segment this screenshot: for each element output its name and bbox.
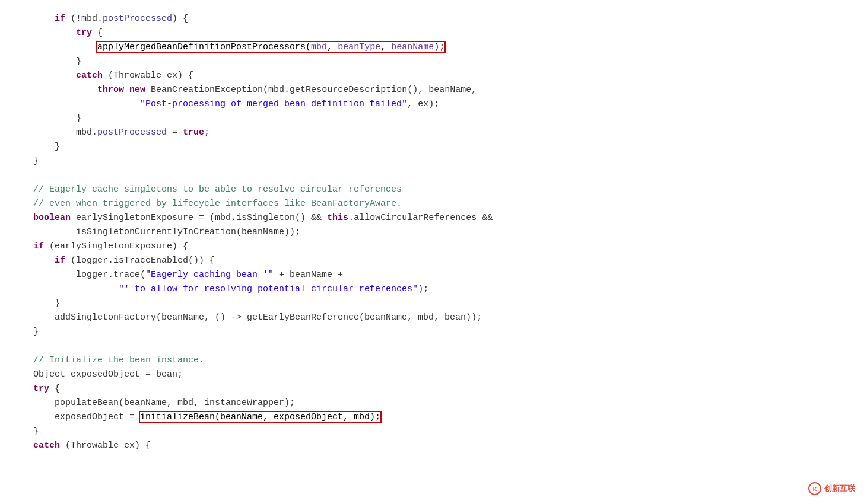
method-initializeBean: initializeBean(beanName, exposedObject, … [140,412,380,422]
code-line: } [12,296,849,311]
code-line: try { [12,382,849,396]
logo-area: K 创新互联 [808,482,855,495]
code-line: populateBean(beanName, mbd, instanceWrap… [12,396,849,410]
code-block: if (!mbd.postProcessed) { try { applyMer… [12,12,849,453]
code-line: catch (Throwable ex) { [12,69,849,83]
code-line: logger.trace("Eagerly caching bean '" + … [12,268,849,282]
param-beanName: beanName [391,42,434,52]
code-line: if (logger.isTraceEnabled()) { [12,254,849,268]
code-line [12,168,849,183]
keyword-throw: throw [97,85,124,95]
code-line: } [12,425,849,439]
property-postProcessed: postProcessed [103,14,172,24]
code-line: // Eagerly cache singletons to be able t… [12,183,849,197]
code-line: mbd.postProcessed = true; [12,126,849,140]
code-line: boolean earlySingletonExposure = (mbd.is… [12,211,849,225]
code-line: exposedObject = initializeBean(beanName,… [12,410,849,425]
comment-initialize: // Initialize the bean instance. [33,355,204,365]
code-container: if (!mbd.postProcessed) { try { applyMer… [0,0,867,504]
logo-text: 创新互联 [824,483,855,495]
code-line: } [12,111,849,126]
comment-even-when: // even when triggered by lifecycle inte… [33,199,402,209]
code-line: throw new BeanCreationException(mbd.getR… [12,83,849,97]
keyword-if3: if [55,256,65,266]
code-line: try { [12,26,849,40]
code-line: if (earlySingletonExposure) { [12,240,849,254]
comma2: , [380,42,391,52]
string-to-allow: "' to allow for resolving potential circ… [119,284,418,294]
keyword-try2: try [33,384,49,394]
keyword-catch: catch [76,71,103,81]
code-line: // Initialize the bean instance. [12,353,849,368]
param-beanType: beanType [338,42,380,52]
string-post-processing: "Post-processing of merged bean definiti… [140,99,407,109]
keyword-catch2: catch [33,441,60,451]
close-paren1: ); [434,42,444,52]
code-line: if (!mbd.postProcessed) { [12,12,849,26]
code-line: catch (Throwable ex) { [12,439,849,453]
code-line: } [12,325,849,339]
code-line: isSingletonCurrentlyInCreation(beanName)… [12,225,849,240]
keyword-try: try [76,28,92,38]
property-postProcessed2: postProcessed [97,127,167,138]
method-apply: applyMergedBeanDefinitionPostProcessors( [97,42,311,52]
keyword-this: this [327,213,348,223]
code-line: // even when triggered by lifecycle inte… [12,197,849,211]
comment-eagerly: // Eagerly cache singletons to be able t… [33,184,402,194]
code-line: } [12,55,849,69]
keyword-if2: if [33,241,44,251]
keyword-boolean: boolean [33,213,71,223]
svg-text:K: K [813,486,817,492]
code-line: } [12,140,849,154]
keyword-if: if [55,14,65,24]
string-eagerly-caching: "Eagerly caching bean '" [145,270,274,280]
param-mbd: mbd [311,42,327,52]
code-line: Object exposedObject = bean; [12,368,849,382]
code-line: "Post-processing of merged bean definiti… [12,97,849,111]
logo-icon: K [808,482,821,495]
comma1: , [327,42,338,52]
keyword-true: true [183,127,204,138]
code-line: applyMergedBeanDefinitionPostProcessors(… [12,40,849,55]
code-line: "' to allow for resolving potential circ… [12,282,849,296]
code-line [12,339,849,353]
code-line: addSingletonFactory(beanName, () -> getE… [12,311,849,325]
keyword-new: new [129,85,145,95]
code-line: } [12,154,849,168]
